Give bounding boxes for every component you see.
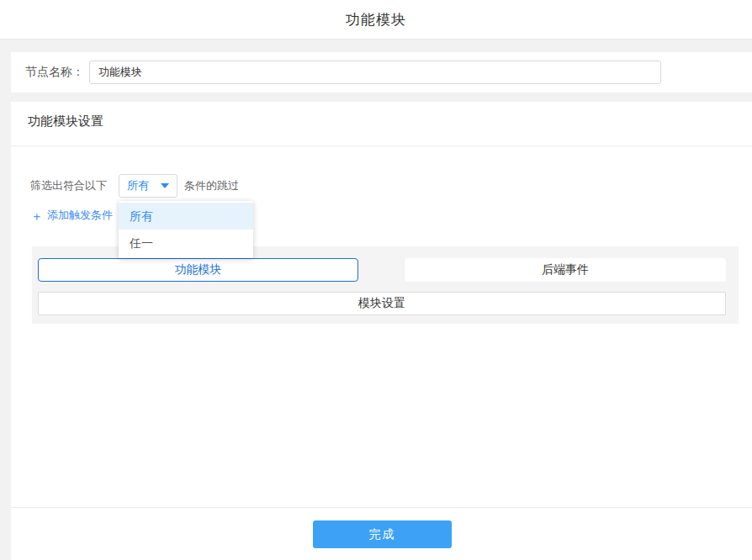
chevron-down-icon — [161, 183, 169, 188]
node-name-label: 节点名称： — [25, 65, 84, 80]
section-divider — [11, 145, 752, 146]
condition-mode-dropdown: 所有 任一 — [119, 201, 253, 258]
filter-condition-row: 筛选出符合以下 所有 条件的跳过 — [30, 174, 239, 198]
dialog-footer: 完成 — [11, 507, 752, 560]
module-settings-row[interactable]: 模块设置 — [38, 292, 726, 315]
node-name-section: 节点名称： — [11, 52, 752, 92]
add-trigger-condition-button[interactable]: ＋ 添加触发条件 — [30, 207, 113, 224]
dropdown-option-all[interactable]: 所有 — [119, 203, 253, 230]
done-button[interactable]: 完成 — [313, 520, 452, 548]
dropdown-option-any[interactable]: 任一 — [119, 230, 253, 256]
filter-suffix-text: 条件的跳过 — [184, 178, 239, 193]
tab-function-module[interactable]: 功能模块 — [38, 258, 358, 282]
module-settings-section: 功能模块设置 筛选出符合以下 所有 条件的跳过 ＋ 添加触发条件 所有 任一 功… — [11, 102, 752, 560]
node-name-input[interactable] — [89, 61, 661, 84]
plus-icon: ＋ — [30, 209, 43, 222]
tab-backend-event[interactable]: 后端事件 — [405, 258, 726, 282]
function-module-dialog: 功能模块 节点名称： 功能模块设置 筛选出符合以下 所有 条件的跳过 ＋ 添加触… — [0, 0, 752, 560]
dialog-header: 功能模块 — [0, 0, 752, 40]
condition-mode-value: 所有 — [127, 178, 149, 193]
page-title: 功能模块 — [346, 10, 406, 29]
section-title: 功能模块设置 — [28, 114, 103, 129]
add-trigger-condition-label: 添加触发条件 — [47, 208, 113, 223]
condition-mode-select[interactable]: 所有 — [119, 174, 177, 198]
filter-prefix-text: 筛选出符合以下 — [30, 178, 107, 193]
